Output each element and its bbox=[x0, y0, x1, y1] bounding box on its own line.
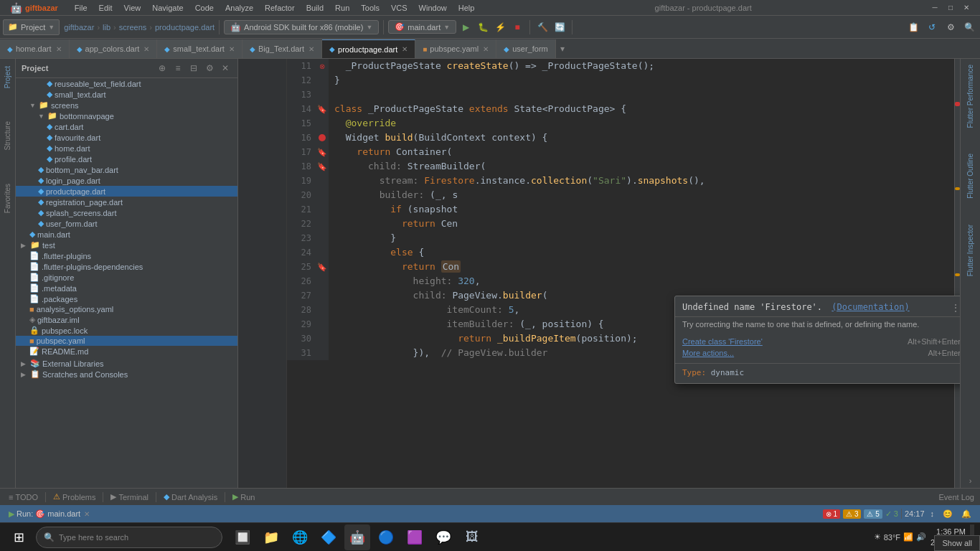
flutter-inspector-label[interactable]: Flutter Inspector bbox=[965, 219, 976, 282]
tree-item-profile[interactable]: ◆ profile.dart bbox=[16, 154, 237, 164]
tab-app-colors[interactable]: ◆ app_colors.dart ✕ bbox=[70, 39, 158, 58]
close-panel-button[interactable]: ✕ bbox=[219, 62, 232, 75]
tree-item-home[interactable]: ◆ home.dart bbox=[16, 143, 237, 154]
flutter-performance-label[interactable]: Flutter Performance bbox=[965, 59, 976, 133]
attach-button[interactable]: ■ bbox=[509, 19, 525, 35]
tree-item-pubspec-lock[interactable]: 🔒 pubspec.lock bbox=[16, 325, 237, 336]
menu-refactor[interactable]: Refactor bbox=[260, 2, 300, 14]
minimize-button[interactable]: ─ bbox=[927, 0, 943, 16]
tree-item-main[interactable]: ◆ main.dart bbox=[16, 229, 237, 240]
tree-item-user-form[interactable]: ◆ user_form.dart bbox=[16, 218, 237, 229]
debug-button[interactable]: 🐛 bbox=[475, 19, 491, 35]
collapse-all-button[interactable]: ⊟ bbox=[187, 62, 200, 75]
run-config-selector[interactable]: 🎯 main.dart ▼ bbox=[388, 20, 456, 34]
tab-more-button[interactable]: ▾ bbox=[556, 39, 569, 58]
sidebar-structure-label[interactable]: Structure bbox=[4, 117, 11, 155]
editor-scroll-area[interactable]: 11 ⊗ _ProductPageState createState() => … bbox=[238, 59, 960, 488]
taskbar-network-icon[interactable]: 📶 bbox=[903, 532, 913, 542]
project-selector[interactable]: 📁 Project ▼ bbox=[3, 19, 60, 35]
tree-item-bottom-nav[interactable]: ◆ bottom_nav_bar.dart bbox=[16, 164, 237, 175]
indent-status[interactable]: ↕ bbox=[928, 509, 938, 518]
tree-item-splash[interactable]: ◆ splash_screens.dart bbox=[16, 207, 237, 218]
tree-item-iml[interactable]: ◈ giftbazar.iml bbox=[16, 314, 237, 325]
tree-item-reuseable[interactable]: ◆ reuseable_text_field.dart bbox=[16, 78, 237, 89]
menu-tools[interactable]: Tools bbox=[356, 2, 385, 14]
taskbar-vscode[interactable]: 🔵 bbox=[373, 524, 399, 550]
tab-small-text[interactable]: ◆ small_text.dart ✕ bbox=[157, 39, 242, 58]
tree-item-analysis-options[interactable]: ■ analysis_options.yaml bbox=[16, 304, 237, 314]
code-content-area[interactable]: 11 ⊗ _ProductPageState createState() => … bbox=[287, 59, 960, 488]
tab-run[interactable]: ▶ Run bbox=[230, 489, 258, 505]
menu-view[interactable]: View bbox=[119, 2, 146, 14]
tree-item-gitignore[interactable]: 📄 .gitignore bbox=[16, 272, 237, 283]
tab-pubspec[interactable]: ■ pubspec.yaml ✕ bbox=[415, 39, 496, 58]
start-button[interactable]: ⊞ bbox=[3, 523, 34, 551]
taskbar-volume-icon[interactable]: 🔊 bbox=[916, 532, 926, 542]
tree-item-flutter-plugins[interactable]: 📄 .flutter-plugins bbox=[16, 250, 237, 261]
more-actions-link[interactable]: More actions... bbox=[682, 349, 734, 357]
tab-pubspec-close[interactable]: ✕ bbox=[483, 45, 489, 53]
tab-big-text-close[interactable]: ✕ bbox=[308, 45, 314, 53]
event-log-label[interactable]: Event Log bbox=[938, 493, 974, 501]
breadcrumb-lib[interactable]: lib bbox=[103, 23, 110, 32]
editor-scrollbar[interactable] bbox=[954, 59, 960, 488]
tab-todo[interactable]: ≡ TODO bbox=[6, 489, 41, 505]
flutter-outline-label[interactable]: Flutter Outline bbox=[965, 148, 976, 204]
maximize-button[interactable]: □ bbox=[943, 0, 958, 16]
device-selector[interactable]: 🤖 Android SDK built for x86 (mobile) ▼ bbox=[224, 20, 379, 34]
sidebar-project-label[interactable]: Project bbox=[4, 62, 11, 93]
sidebar-favorites-label[interactable]: Favorites bbox=[4, 179, 11, 217]
tree-item-metadata[interactable]: 📄 .metadata bbox=[16, 283, 237, 293]
taskbar-edge[interactable]: 🔷 bbox=[316, 524, 341, 550]
breadcrumb-giftbazar[interactable]: giftbazar bbox=[64, 23, 94, 32]
close-button[interactable]: ✕ bbox=[958, 0, 974, 16]
tab-terminal[interactable]: ▶ Terminal bbox=[108, 489, 151, 505]
menu-analyze[interactable]: Analyze bbox=[220, 2, 258, 14]
breadcrumb-file[interactable]: productpage.dart bbox=[155, 23, 215, 32]
tab-app-colors-close[interactable]: ✕ bbox=[143, 45, 149, 53]
tab-dart-analysis[interactable]: ◆ Dart Analysis bbox=[161, 489, 220, 505]
settings-panel-button[interactable]: ⚙ bbox=[203, 62, 216, 75]
vcs-button[interactable]: 📋 bbox=[905, 19, 921, 35]
run-close-icon[interactable]: ✕ bbox=[84, 510, 90, 518]
tree-item-readme[interactable]: 📝 README.md bbox=[16, 346, 237, 357]
tab-problems[interactable]: ⚠ Problems bbox=[50, 489, 98, 505]
taskbar-explorer[interactable]: 📁 bbox=[258, 524, 284, 550]
run-status[interactable]: ▶ Run: 🎯 main.dart ✕ bbox=[6, 505, 93, 522]
create-class-link[interactable]: Create class 'Firestore' bbox=[682, 337, 763, 346]
tree-item-login[interactable]: ◆ login_page.dart bbox=[16, 175, 237, 186]
taskbar-photos[interactable]: 🖼 bbox=[459, 524, 485, 550]
breadcrumb-screens[interactable]: screens bbox=[119, 23, 147, 32]
flutter-reload-button[interactable]: ↺ bbox=[924, 19, 940, 35]
menu-edit[interactable]: Edit bbox=[94, 2, 118, 14]
chevron-right-icon[interactable]: › bbox=[966, 474, 975, 488]
tab-productpage[interactable]: ◆ productpage.dart ✕ bbox=[322, 39, 415, 58]
tree-item-external-libraries[interactable]: ▶ 📚 External Libraries bbox=[16, 358, 237, 369]
tab-home-dart[interactable]: ◆ home.dart ✕ bbox=[0, 39, 70, 58]
encoding-status[interactable]: 😊 bbox=[940, 509, 956, 519]
search-bar[interactable]: 🔍 bbox=[36, 527, 222, 548]
profile-button[interactable]: ⚡ bbox=[492, 19, 508, 35]
tree-item-scratches[interactable]: ▶ 📋 Scratches and Consoles bbox=[16, 369, 237, 380]
taskbar-whatsapp[interactable]: 💬 bbox=[430, 524, 456, 550]
search-everywhere-button[interactable]: 🔍 bbox=[961, 19, 977, 35]
taskbar-cortana[interactable]: 🔲 bbox=[230, 524, 255, 550]
menu-vcs[interactable]: VCS bbox=[386, 2, 413, 14]
tree-item-flutter-plugins-deps[interactable]: 📄 .flutter-plugins-dependencies bbox=[16, 261, 237, 272]
taskbar-jetbrains[interactable]: 🟪 bbox=[402, 524, 428, 550]
menu-help[interactable]: Help bbox=[453, 2, 480, 14]
tree-item-bottomnavpage[interactable]: ▼ 📁 bottomnavpage bbox=[16, 110, 237, 121]
tree-item-productpage[interactable]: ◆ productpage.dart bbox=[16, 186, 237, 197]
search-input[interactable] bbox=[59, 533, 215, 542]
menu-file[interactable]: File bbox=[70, 2, 93, 14]
menu-build[interactable]: Build bbox=[301, 2, 329, 14]
tab-home-close[interactable]: ✕ bbox=[56, 45, 62, 53]
tree-item-pubspec-yaml[interactable]: ■ pubspec.yaml bbox=[16, 336, 237, 346]
menu-run[interactable]: Run bbox=[330, 2, 354, 14]
taskbar-chrome[interactable]: 🌐 bbox=[287, 524, 313, 550]
tree-item-small-text[interactable]: ◆ small_text.dart bbox=[16, 89, 237, 100]
scroll-from-source-button[interactable]: ≡ bbox=[171, 62, 184, 75]
tree-item-favourite[interactable]: ◆ favourite.dart bbox=[16, 132, 237, 143]
menu-code[interactable]: Code bbox=[190, 2, 219, 14]
menu-navigate[interactable]: Navigate bbox=[147, 2, 188, 14]
